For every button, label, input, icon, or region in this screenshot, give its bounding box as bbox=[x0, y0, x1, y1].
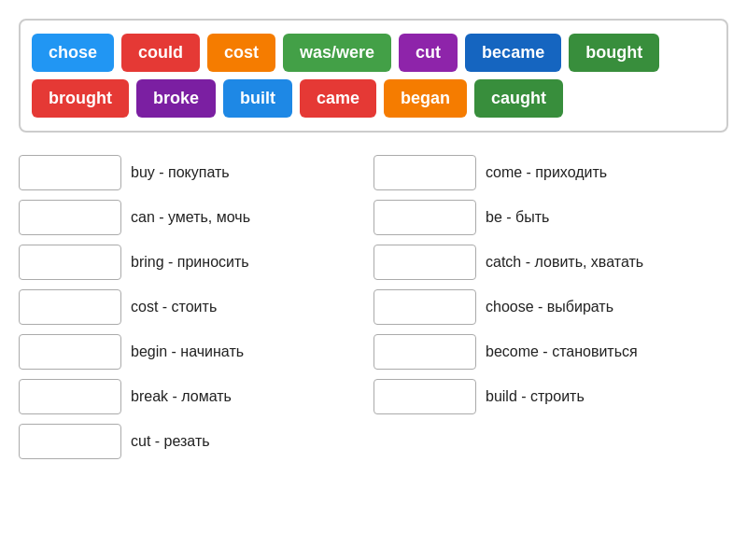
word-chip-broke[interactable]: broke bbox=[136, 79, 216, 118]
match-section: buy - покупатьcan - уметь, мочьbring - п… bbox=[19, 155, 728, 459]
left-column: buy - покупатьcan - уметь, мочьbring - п… bbox=[19, 155, 374, 459]
drop-box-left-6[interactable] bbox=[19, 424, 121, 459]
word-chip-became[interactable]: became bbox=[465, 34, 561, 72]
match-label: be - быть bbox=[486, 209, 549, 226]
drop-box-left-5[interactable] bbox=[19, 379, 121, 414]
match-row: break - ломать bbox=[19, 379, 374, 414]
drop-box-right-5[interactable] bbox=[374, 379, 476, 414]
match-label: cost - стоить bbox=[131, 299, 217, 315]
word-chip-caught[interactable]: caught bbox=[474, 79, 563, 118]
match-row: bring - приносить bbox=[19, 245, 374, 280]
match-label: break - ломать bbox=[131, 388, 232, 405]
word-chip-came[interactable]: came bbox=[300, 79, 376, 118]
drop-box-left-3[interactable] bbox=[19, 289, 121, 325]
drop-box-left-1[interactable] bbox=[19, 200, 121, 235]
word-chip-began[interactable]: began bbox=[384, 79, 467, 118]
match-row: choose - выбирать bbox=[374, 289, 728, 325]
word-chip-cost[interactable]: cost bbox=[207, 34, 275, 72]
match-label: catch - ловить, хватать bbox=[486, 254, 643, 271]
match-row: begin - начинать bbox=[19, 334, 374, 370]
drop-box-left-2[interactable] bbox=[19, 245, 121, 280]
drop-box-right-4[interactable] bbox=[374, 334, 476, 370]
word-bank: chosecouldcostwas/werecutbecameboughtbro… bbox=[19, 19, 728, 133]
drop-box-right-0[interactable] bbox=[374, 155, 476, 190]
match-label: buy - покупать bbox=[131, 164, 230, 181]
match-label: bring - приносить bbox=[131, 254, 249, 271]
match-label: become - становиться bbox=[486, 343, 638, 360]
word-chip-was_were[interactable]: was/were bbox=[283, 34, 391, 72]
drop-box-right-2[interactable] bbox=[374, 245, 476, 280]
word-chip-cut[interactable]: cut bbox=[399, 34, 458, 72]
drop-box-left-4[interactable] bbox=[19, 334, 121, 370]
match-row: become - становиться bbox=[374, 334, 728, 370]
word-chip-built[interactable]: built bbox=[223, 79, 292, 118]
match-label: cut - резать bbox=[131, 433, 210, 450]
word-chip-bought[interactable]: bought bbox=[569, 34, 659, 72]
drop-box-left-0[interactable] bbox=[19, 155, 121, 190]
word-chip-brought[interactable]: brought bbox=[32, 79, 129, 118]
match-row: catch - ловить, хватать bbox=[374, 245, 728, 280]
match-label: choose - выбирать bbox=[486, 299, 613, 315]
match-label: build - строить bbox=[486, 388, 585, 405]
match-row: build - строить bbox=[374, 379, 728, 414]
word-chip-chose[interactable]: chose bbox=[32, 34, 114, 72]
match-row: be - быть bbox=[374, 200, 728, 235]
match-row: cost - стоить bbox=[19, 289, 374, 325]
right-column: come - приходитьbe - бытьcatch - ловить,… bbox=[374, 155, 728, 459]
match-row: buy - покупать bbox=[19, 155, 374, 190]
match-label: can - уметь, мочь bbox=[131, 209, 250, 226]
match-row: come - приходить bbox=[374, 155, 728, 190]
word-chip-could[interactable]: could bbox=[121, 34, 200, 72]
drop-box-right-1[interactable] bbox=[374, 200, 476, 235]
drop-box-right-3[interactable] bbox=[374, 289, 476, 325]
match-row: can - уметь, мочь bbox=[19, 200, 374, 235]
match-label: come - приходить bbox=[486, 164, 607, 181]
match-row: cut - резать bbox=[19, 424, 374, 459]
match-label: begin - начинать bbox=[131, 343, 244, 360]
